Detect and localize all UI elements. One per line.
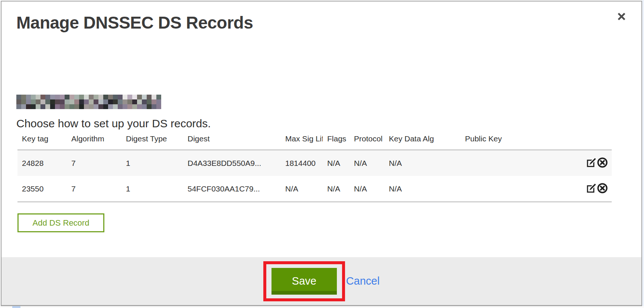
save-highlight-annotation: Save bbox=[263, 261, 345, 301]
cell-protocol: N/A bbox=[349, 176, 384, 202]
ds-records-table: Key tag Algorithm Digest Type Digest Max… bbox=[17, 134, 612, 202]
cell-protocol: N/A bbox=[349, 150, 384, 176]
cell-digest-type: 1 bbox=[121, 150, 183, 176]
edit-record-button[interactable] bbox=[586, 158, 596, 169]
cell-key-data-alg: N/A bbox=[384, 150, 461, 176]
column-header-key-data-alg: Key Data Alg bbox=[384, 134, 461, 150]
cell-digest-type: 1 bbox=[121, 176, 183, 202]
cell-digest: D4A33E8DD550A9... bbox=[183, 150, 281, 176]
column-header-digest-type: Digest Type bbox=[121, 134, 183, 150]
table-header-row: Key tag Algorithm Digest Type Digest Max… bbox=[17, 134, 612, 150]
modal-footer: Save Cancel bbox=[1, 257, 641, 305]
edit-record-button[interactable] bbox=[586, 183, 596, 194]
cell-max-sig-life: 1814400 bbox=[281, 150, 323, 176]
background-artifact bbox=[12, 306, 20, 308]
cell-flags: N/A bbox=[323, 150, 349, 176]
dnssec-ds-records-modal: Manage DNSSEC DS Records Choose how to s… bbox=[1, 1, 642, 306]
cancel-link[interactable]: Cancel bbox=[346, 275, 380, 287]
cell-key-tag: 24828 bbox=[17, 150, 67, 176]
column-header-public-key: Public Key bbox=[461, 134, 556, 150]
cell-key-data-alg: N/A bbox=[384, 176, 461, 202]
column-header-protocol: Protocol bbox=[349, 134, 384, 150]
edit-record-icon bbox=[586, 183, 596, 193]
add-ds-record-button[interactable]: Add DS Record bbox=[17, 213, 104, 232]
column-header-algorithm: Algorithm bbox=[67, 134, 121, 150]
cell-flags: N/A bbox=[323, 176, 349, 202]
save-button[interactable]: Save bbox=[271, 268, 337, 295]
page-title: Manage DNSSEC DS Records bbox=[16, 13, 253, 33]
table-row: 24828 7 1 D4A33E8DD550A9... 1814400 N/A … bbox=[17, 150, 612, 176]
column-header-key-tag: Key tag bbox=[17, 134, 67, 150]
cell-public-key bbox=[461, 150, 556, 176]
background-page-bottom bbox=[0, 306, 644, 308]
table-row: 23550 7 1 54FCF030AA1C79... N/A N/A N/A … bbox=[17, 176, 612, 202]
edit-record-icon bbox=[586, 158, 596, 168]
close-button[interactable] bbox=[615, 11, 627, 23]
delete-record-button[interactable] bbox=[597, 157, 608, 169]
delete-record-icon bbox=[597, 157, 608, 168]
redacted-domain bbox=[16, 95, 161, 109]
column-header-digest: Digest bbox=[183, 134, 281, 150]
delete-record-button[interactable] bbox=[597, 183, 608, 195]
cell-algorithm: 7 bbox=[67, 176, 121, 202]
instruction-text: Choose how to set up your DS records. bbox=[16, 117, 211, 130]
cell-digest: 54FCF030AA1C79... bbox=[183, 176, 281, 202]
cell-max-sig-life: N/A bbox=[281, 176, 323, 202]
column-header-actions bbox=[556, 134, 612, 150]
cell-key-tag: 23550 bbox=[17, 176, 67, 202]
close-icon bbox=[617, 12, 627, 22]
cell-algorithm: 7 bbox=[67, 150, 121, 176]
column-header-max-sig-life: Max Sig Life bbox=[281, 134, 323, 150]
cell-public-key bbox=[461, 176, 556, 202]
cell-actions bbox=[556, 176, 612, 202]
delete-record-icon bbox=[597, 183, 608, 194]
background-page-edge bbox=[642, 0, 644, 306]
column-header-flags: Flags bbox=[323, 134, 349, 150]
cell-actions bbox=[556, 150, 612, 176]
